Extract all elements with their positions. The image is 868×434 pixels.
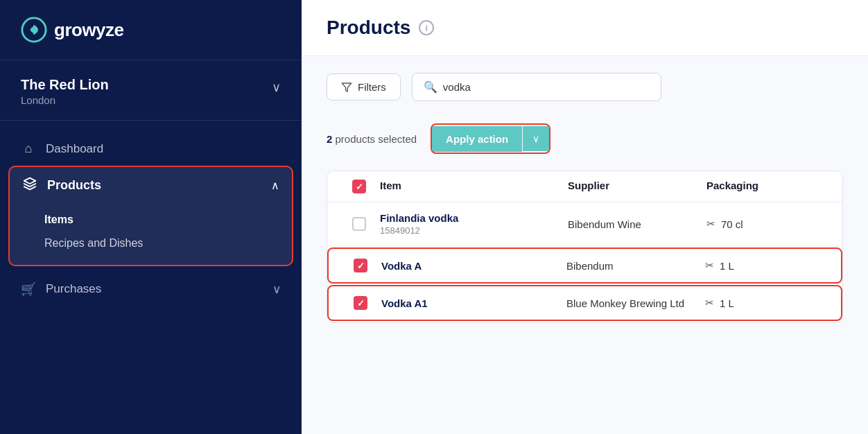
select-all-checkbox[interactable]: ✓ (352, 180, 366, 193)
app-name: growyze (54, 19, 124, 41)
vodka-a1-name: Vodka A1 (381, 297, 566, 309)
sidebar-item-dashboard[interactable]: ⌂ Dashboard (0, 132, 302, 166)
vodka-a1-packaging-cell: ✂ 1 L (705, 297, 830, 309)
row-checkbox-vodka-a1[interactable]: ✓ (340, 296, 381, 310)
vodka-a-name: Vodka A (381, 260, 566, 272)
sidebar: growyze The Red Lion London ∨ ⌂ Dashboar… (0, 0, 302, 434)
finlandia-checkbox[interactable] (352, 217, 366, 231)
table-row: ✓ Vodka A1 Blue Monkey Brewing Ltd ✂ 1 L (327, 285, 842, 321)
info-icon[interactable]: i (419, 20, 434, 35)
growyze-logo-icon (21, 17, 47, 43)
vodka-a1-checkbox[interactable]: ✓ (354, 296, 367, 310)
search-box: 🔍 (412, 73, 661, 101)
table-header: ✓ Item Supplier Packaging (327, 171, 842, 202)
vodka-a-item-cell: Vodka A (381, 260, 566, 272)
selection-bar: 2 products selected Apply action ∨ (327, 115, 843, 162)
package-icon: ✂ (705, 259, 714, 272)
finlandia-packaging-cell: ✂ 70 cl (706, 218, 831, 230)
sidebar-item-items[interactable]: Items (44, 208, 279, 232)
search-input[interactable] (443, 81, 650, 93)
sidebar-logo: growyze (0, 0, 302, 60)
vodka-a-checkbox[interactable]: ✓ (354, 259, 367, 272)
main-content: Products i Filters 🔍 2 products (302, 0, 868, 434)
vodka-a1-item-cell: Vodka A1 (381, 297, 566, 309)
package-icon: ✂ (705, 297, 714, 309)
selected-suffix-label: selected (378, 133, 417, 145)
apply-action-arrow-icon[interactable]: ∨ (523, 126, 549, 151)
finlandia-sku: 15849012 (380, 225, 568, 236)
col-packaging: Packaging (706, 180, 831, 193)
sidebar-item-dashboard-label: Dashboard (46, 142, 103, 156)
col-item: Item (380, 180, 568, 193)
apply-action-label[interactable]: Apply action (432, 126, 522, 152)
products-table: ✓ Item Supplier Packaging Finlandia vodk… (327, 171, 843, 323)
svg-marker-1 (342, 83, 351, 92)
venue-selector[interactable]: The Red Lion London ∨ (0, 60, 302, 121)
package-icon: ✂ (706, 218, 715, 230)
venue-info: The Red Lion London (21, 77, 109, 106)
products-icon (22, 177, 37, 194)
products-chevron-up-icon: ∧ (271, 179, 279, 192)
products-sub-menu: Items Recipes and Dishes (22, 208, 279, 255)
venue-location: London (21, 94, 109, 106)
home-icon: ⌂ (21, 141, 36, 156)
page-title: Products (327, 17, 410, 39)
filter-button[interactable]: Filters (327, 73, 401, 101)
filter-label: Filters (358, 81, 386, 93)
toolbar: Filters 🔍 (327, 73, 843, 101)
finlandia-packaging: 70 cl (721, 218, 743, 230)
sidebar-item-recipes[interactable]: Recipes and Dishes (44, 232, 279, 255)
selected-count-text: 2 products selected (327, 133, 417, 145)
sidebar-item-products-group[interactable]: Products ∧ Items Recipes and Dishes (8, 166, 293, 266)
col-supplier: Supplier (568, 180, 706, 193)
sidebar-item-products-row: Products ∧ (22, 177, 279, 194)
header-checkbox-cell[interactable]: ✓ (338, 180, 380, 193)
vodka-a1-supplier: Blue Monkey Brewing Ltd (566, 297, 705, 309)
selected-unit-label: products (336, 133, 376, 145)
sidebar-item-purchases-label: Purchases (46, 282, 101, 296)
vodka-a-supplier: Bibendum (566, 260, 705, 272)
main-body: Filters 🔍 2 products selected Apply acti… (302, 56, 868, 434)
venue-chevron-down-icon: ∨ (272, 80, 281, 95)
search-icon: 🔍 (424, 80, 437, 94)
table-row: Finlandia vodka 15849012 Bibendum Wine ✂… (327, 202, 842, 246)
row-checkbox-vodka-a[interactable]: ✓ (340, 259, 381, 272)
vodka-a-packaging: 1 L (720, 260, 734, 272)
sidebar-item-products-label: Products (47, 178, 261, 193)
finlandia-item-cell: Finlandia vodka 15849012 (380, 212, 568, 236)
purchases-chevron-icon: ∨ (272, 282, 281, 297)
finlandia-supplier: Bibendum Wine (568, 218, 706, 230)
finlandia-name: Finlandia vodka (380, 212, 568, 224)
sidebar-item-purchases[interactable]: 🛒 Purchases ∨ (0, 272, 302, 306)
filter-icon (341, 82, 352, 93)
page-header: Products i (302, 0, 868, 56)
cart-icon: 🛒 (21, 281, 36, 297)
row-checkbox-finlandia[interactable] (338, 217, 380, 231)
apply-action-button[interactable]: Apply action ∨ (431, 123, 550, 154)
selected-count: 2 (327, 133, 332, 145)
sidebar-nav: ⌂ Dashboard Products ∧ Items Recipes and… (0, 121, 302, 434)
venue-name: The Red Lion (21, 77, 109, 93)
vodka-a-packaging-cell: ✂ 1 L (705, 259, 830, 272)
vodka-a1-packaging: 1 L (720, 297, 734, 309)
table-row: ✓ Vodka A Bibendum ✂ 1 L (327, 248, 842, 284)
